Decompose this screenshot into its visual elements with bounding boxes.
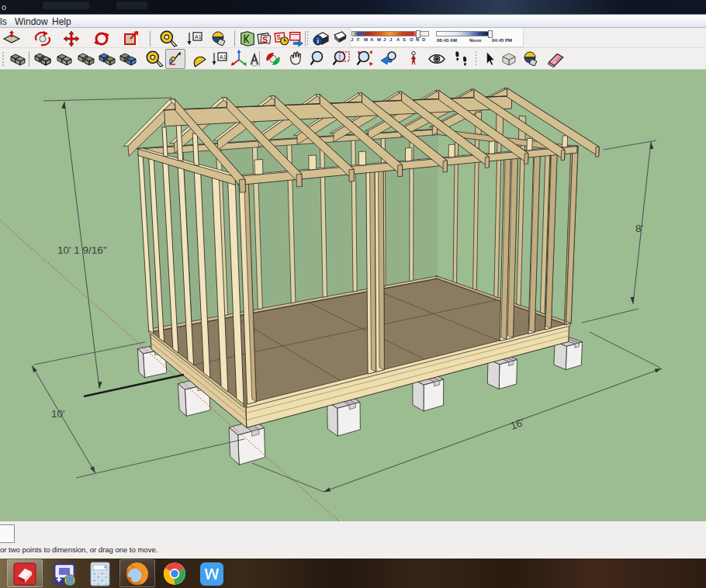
svg-text:i: i	[317, 37, 320, 45]
svg-text:10' 1 9/16": 10' 1 9/16"	[57, 244, 107, 256]
svg-text:A1: A1	[195, 34, 202, 40]
svg-text:10': 10'	[51, 408, 65, 420]
svg-text:8': 8'	[635, 223, 643, 234]
svg-text:S: S	[262, 36, 268, 44]
svg-text:A1: A1	[220, 54, 227, 60]
